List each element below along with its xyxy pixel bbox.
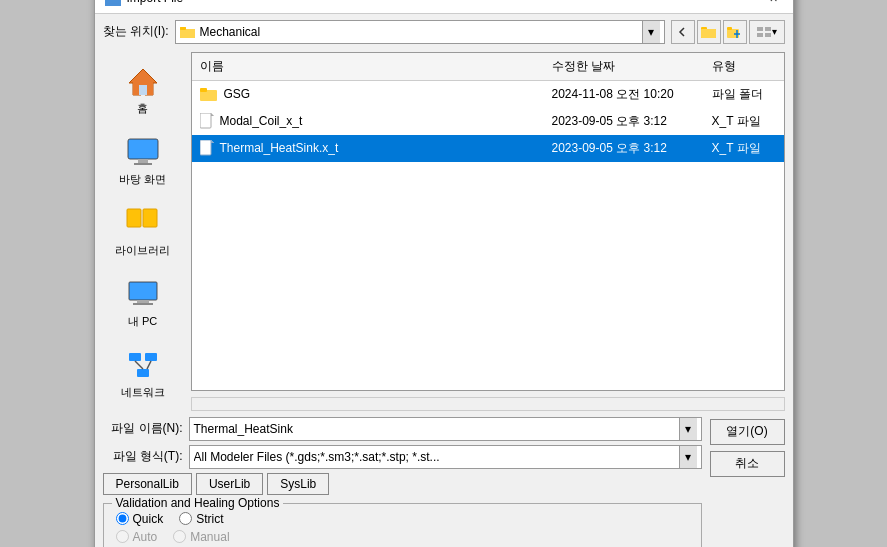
svg-rect-27: [143, 209, 157, 227]
location-value: Mechanical: [200, 25, 642, 39]
nav-new-folder-button[interactable]: [723, 20, 747, 44]
svg-rect-34: [133, 303, 153, 305]
horizontal-scrollbar[interactable]: [191, 397, 785, 411]
network-icon: [123, 347, 163, 383]
filetype-combo[interactable]: All Modeler Files (*.gds;*.sm3;*.sat;*.s…: [189, 445, 702, 469]
pc-icon: [123, 276, 163, 312]
desktop-icon: [123, 134, 163, 170]
svg-rect-36: [145, 353, 157, 361]
sidebar-item-home[interactable]: 홈: [103, 56, 183, 123]
sidebar-label-network: 네트워크: [121, 385, 165, 400]
radio-quick[interactable]: Quick: [116, 512, 164, 526]
sidebar-label-desktop: 바탕 화면: [119, 172, 166, 187]
file-item-thermal[interactable]: Thermal_HeatSink.x_t 2023-09-05 오후 3:12 …: [192, 135, 784, 162]
radio-auto-input: [116, 530, 129, 543]
location-dropdown-arrow[interactable]: ▾: [642, 21, 660, 43]
svg-line-39: [147, 361, 151, 369]
location-row: 찾는 위치(I): Mechanical ▾: [95, 14, 793, 44]
svg-rect-42: [200, 113, 211, 128]
svg-rect-5: [180, 27, 186, 30]
personallib-button[interactable]: PersonalLib: [103, 473, 192, 495]
file-list-header: 이름 수정한 날짜 유형: [192, 53, 784, 81]
file-item-name-modal: Modal_Coil_x_t: [192, 111, 544, 131]
bottom-area: 파일 이름(N): Thermal_HeatSink ▾ 파일 형식(T): A…: [95, 411, 793, 548]
folder-icon-location: [180, 25, 196, 39]
svg-rect-16: [765, 33, 771, 37]
radio-auto-label: Auto: [133, 530, 158, 544]
radio-manual: Manual: [173, 530, 229, 544]
svg-rect-15: [757, 33, 763, 37]
open-button[interactable]: 열기(O): [710, 419, 785, 445]
validation-group: Validation and Healing Options Quick Str…: [103, 503, 702, 548]
svg-rect-4: [180, 29, 195, 38]
file-item-date-thermal: 2023-09-05 오후 3:12: [544, 138, 704, 159]
svg-rect-0: [107, 0, 119, 3]
sidebar-item-network[interactable]: 네트워크: [103, 340, 183, 407]
svg-rect-32: [130, 283, 156, 299]
window-title: Import File: [127, 0, 184, 5]
location-combo[interactable]: Mechanical ▾: [175, 20, 665, 44]
file-item-type-thermal: X_T 파일: [704, 138, 784, 159]
col-name: 이름: [192, 56, 544, 77]
nav-back-button[interactable]: [671, 20, 695, 44]
sidebar-item-desktop[interactable]: 바탕 화면: [103, 127, 183, 194]
userlib-button[interactable]: UserLib: [196, 473, 263, 495]
filetype-label: 파일 형식(T):: [103, 448, 183, 465]
title-bar: Import File ×: [95, 0, 793, 14]
svg-rect-33: [137, 300, 149, 303]
radio-row-2: Auto Manual: [116, 530, 689, 544]
location-label: 찾는 위치(I):: [103, 23, 169, 40]
filename-label: 파일 이름(N):: [103, 420, 183, 437]
window-icon: [105, 0, 121, 6]
sidebar-label-home: 홈: [137, 101, 148, 116]
file-list: GSG 2024-11-08 오전 10:20 파일 폴더 Mod: [192, 81, 784, 162]
cancel-button[interactable]: 취소: [710, 451, 785, 477]
main-area: 이름 수정한 날짜 유형 GSG 2024-11-08 오전 10:2: [191, 52, 785, 411]
svg-rect-14: [765, 27, 771, 31]
radio-strict-label: Strict: [196, 512, 223, 526]
sidebar-label-library: 라이브러리: [115, 243, 170, 258]
sidebar-label-pc: 내 PC: [128, 314, 157, 329]
close-button[interactable]: ×: [765, 0, 783, 7]
filetype-dropdown-arrow[interactable]: ▾: [679, 446, 697, 468]
syslib-button[interactable]: SysLib: [267, 473, 329, 495]
nav-folder-button[interactable]: [697, 20, 721, 44]
nav-view-button[interactable]: ▾: [749, 20, 785, 44]
content-area: 홈 바탕 화면: [95, 44, 793, 411]
filename-combo[interactable]: Thermal_HeatSink ▾: [189, 417, 702, 441]
svg-rect-24: [134, 163, 152, 165]
import-file-dialog: Import File × 찾는 위치(I): Mechanical ▾: [94, 0, 794, 547]
title-bar-left: Import File: [105, 0, 184, 6]
file-item-type-modal: X_T 파일: [704, 111, 784, 132]
radio-strict[interactable]: Strict: [179, 512, 223, 526]
right-buttons: 열기(O) 취소: [710, 417, 785, 548]
file-item-date-modal: 2023-09-05 오후 3:12: [544, 111, 704, 132]
svg-rect-41: [200, 88, 207, 92]
sidebar-item-library[interactable]: 라이브러리: [103, 198, 183, 265]
file-item-name-thermal: Thermal_HeatSink.x_t: [192, 138, 544, 158]
svg-marker-44: [211, 113, 214, 116]
col-date: 수정한 날짜: [544, 56, 704, 77]
radio-manual-input: [173, 530, 186, 543]
sidebar-item-pc[interactable]: 내 PC: [103, 269, 183, 336]
svg-rect-25: [129, 140, 157, 158]
svg-rect-35: [129, 353, 141, 361]
svg-rect-13: [757, 27, 763, 31]
file-item-modal[interactable]: Modal_Coil_x_t 2023-09-05 오후 3:12 X_T 파일: [192, 108, 784, 135]
svg-rect-23: [138, 159, 148, 163]
radio-strict-input[interactable]: [179, 512, 192, 525]
svg-rect-20: [139, 85, 147, 95]
filename-row: 파일 이름(N): Thermal_HeatSink ▾: [103, 417, 702, 441]
radio-manual-label: Manual: [190, 530, 229, 544]
filename-value: Thermal_HeatSink: [194, 422, 679, 436]
filetype-value: All Modeler Files (*.gds;*.sm3;*.sat;*.s…: [194, 450, 679, 464]
validation-legend: Validation and Healing Options: [112, 496, 284, 510]
radio-quick-label: Quick: [133, 512, 164, 526]
svg-rect-37: [137, 369, 149, 377]
file-icon-thermal: [200, 140, 214, 156]
file-item-name-gsg: GSG: [192, 84, 544, 104]
filename-dropdown-arrow[interactable]: ▾: [679, 418, 697, 440]
radio-quick-input[interactable]: [116, 512, 129, 525]
file-item-gsg[interactable]: GSG 2024-11-08 오전 10:20 파일 폴더: [192, 81, 784, 108]
file-item-type-gsg: 파일 폴더: [704, 84, 784, 105]
